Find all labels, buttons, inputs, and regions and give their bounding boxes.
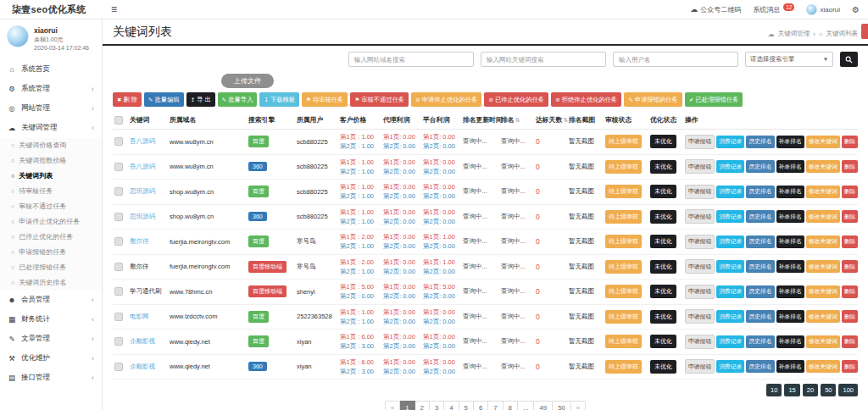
row-checkbox[interactable] bbox=[114, 263, 123, 271]
delete-row-button[interactable]: 删除 bbox=[842, 360, 858, 373]
sidebar-item[interactable]: ⚙系统管理‹ bbox=[0, 80, 102, 99]
consumption-record-button[interactable]: 消费记录 bbox=[716, 285, 744, 298]
row-checkbox[interactable] bbox=[114, 213, 123, 221]
optimize-status-button[interactable]: 未优化 bbox=[650, 135, 676, 148]
history-rank-button[interactable]: 历史排名 bbox=[746, 160, 774, 173]
keyword-link[interactable]: 思琪源码 bbox=[130, 187, 155, 195]
keyword-link[interactable]: 企鹅影视 bbox=[130, 363, 155, 370]
error-handled-button[interactable]: ✔已处理报错任务 bbox=[685, 92, 743, 107]
domain-search-input[interactable] bbox=[348, 52, 474, 67]
audit-status-button[interactable]: 待上级审核 bbox=[605, 360, 642, 374]
audit-status-button[interactable]: 待上级审核 bbox=[605, 160, 642, 174]
pagination-page[interactable]: 50 bbox=[553, 401, 571, 410]
delete-row-button[interactable]: 删除 bbox=[842, 186, 858, 198]
edit-keyword-button[interactable]: 修改关键词 bbox=[806, 210, 840, 223]
row-checkbox[interactable] bbox=[114, 163, 123, 171]
report-error-button[interactable]: 申请报错 bbox=[685, 285, 715, 299]
supplement-rank-button[interactable]: 补录排名 bbox=[776, 160, 804, 173]
sort-icon[interactable]: ⇅ bbox=[563, 117, 568, 123]
audit-failed-button[interactable]: ⚑审核不通过任务 bbox=[350, 92, 409, 107]
consumption-record-button[interactable]: 消费记录 bbox=[716, 160, 744, 173]
pagination-page[interactable]: ... bbox=[518, 401, 535, 410]
optimize-status-button[interactable]: 未优化 bbox=[650, 310, 676, 324]
row-checkbox[interactable] bbox=[114, 187, 123, 196]
history-rank-button[interactable]: 历史排名 bbox=[746, 136, 774, 148]
supplement-rank-button[interactable]: 补录排名 bbox=[776, 335, 804, 348]
report-error-button[interactable]: 申请报错 bbox=[685, 159, 715, 174]
sidebar-subitem[interactable]: ○已处理报错任务 bbox=[0, 260, 102, 275]
download-template-button[interactable]: ↧下载模板 bbox=[259, 92, 299, 107]
stopped-button[interactable]: ⊘已停止优化的任务 bbox=[484, 92, 548, 107]
consumption-record-button[interactable]: 消费记录 bbox=[716, 136, 744, 148]
qrcode-link[interactable]: ☁ 公众号二维码 bbox=[690, 5, 741, 14]
engine-select[interactable]: 请选择搜索引擎 ▼ bbox=[745, 52, 833, 67]
audit-status-button[interactable]: 待上级审核 bbox=[605, 235, 642, 248]
report-error-button[interactable]: 申请报错 bbox=[685, 209, 715, 224]
sidebar-subitem[interactable]: ○申请停止优化的任务 bbox=[0, 214, 102, 230]
optimize-status-button[interactable]: 未优化 bbox=[650, 260, 676, 274]
optimize-status-button[interactable]: 未优化 bbox=[650, 360, 676, 374]
history-rank-button[interactable]: 历史排名 bbox=[746, 335, 774, 348]
optimize-status-button[interactable]: 未优化 bbox=[650, 210, 676, 224]
supplement-rank-button[interactable]: 补录排名 bbox=[776, 360, 804, 373]
pagination-page[interactable]: 5 bbox=[459, 401, 474, 410]
batch-import-button[interactable]: ✎批量导入 bbox=[218, 92, 258, 107]
username-search-input[interactable] bbox=[613, 52, 738, 67]
sidebar-item[interactable]: ☻会员管理‹ bbox=[0, 291, 102, 310]
user-menu[interactable]: xiaorui bbox=[806, 4, 840, 15]
breadcrumb-parent[interactable]: 关键词管理 bbox=[778, 30, 810, 38]
supplement-rank-button[interactable]: 补录排名 bbox=[776, 210, 804, 223]
report-error-button[interactable]: 申请报错 bbox=[685, 135, 715, 149]
history-rank-button[interactable]: 历史排名 bbox=[746, 260, 774, 273]
keyword-link[interactable]: 敷尔佳 bbox=[130, 237, 149, 245]
system-messages-link[interactable]: 系统消息 12 bbox=[753, 5, 794, 14]
delete-row-button[interactable]: 删除 bbox=[842, 210, 858, 223]
consumption-record-button[interactable]: 消费记录 bbox=[716, 186, 744, 198]
upload-file-button[interactable]: 上传文件 bbox=[221, 74, 274, 88]
page-size-button[interactable]: 20 bbox=[803, 384, 818, 396]
audit-status-button[interactable]: 待上级审核 bbox=[605, 185, 642, 198]
keyword-link[interactable]: 企鹅影视 bbox=[130, 337, 155, 345]
sidebar-item[interactable]: ☁关键词管理‹ bbox=[0, 119, 102, 138]
pagination-page[interactable]: 2 bbox=[415, 401, 430, 410]
select-all-checkbox[interactable] bbox=[114, 116, 123, 125]
audit-status-button[interactable]: 待上级审核 bbox=[605, 335, 642, 348]
search-button[interactable] bbox=[840, 52, 858, 67]
history-rank-button[interactable]: 历史排名 bbox=[746, 235, 774, 248]
error-report-button[interactable]: ✎申请报错的任务 bbox=[624, 92, 682, 107]
sidebar-item[interactable]: ▦财务统计‹ bbox=[0, 310, 102, 330]
optimize-status-button[interactable]: 未优化 bbox=[650, 335, 676, 348]
row-checkbox[interactable] bbox=[114, 287, 123, 296]
sidebar-toggle-icon[interactable]: ≡ bbox=[103, 3, 125, 15]
row-checkbox[interactable] bbox=[114, 337, 123, 346]
history-rank-button[interactable]: 历史排名 bbox=[746, 210, 774, 223]
audit-status-button[interactable]: 待上级审核 bbox=[605, 310, 642, 324]
sidebar-subitem[interactable]: ○已停止优化的任务 bbox=[0, 230, 102, 245]
edit-keyword-button[interactable]: 修改关键词 bbox=[806, 186, 840, 198]
refuse-stop-button[interactable]: ⊘拒绝停止优化的任务 bbox=[551, 92, 621, 107]
consumption-record-button[interactable]: 消费记录 bbox=[716, 335, 744, 348]
sidebar-item[interactable]: ⚒优化维护‹ bbox=[0, 349, 102, 368]
edit-keyword-button[interactable]: 修改关键词 bbox=[806, 335, 840, 348]
edit-keyword-button[interactable]: 修改关键词 bbox=[806, 360, 840, 373]
supplement-rank-button[interactable]: 补录排名 bbox=[776, 310, 804, 323]
pagination-next[interactable]: » bbox=[571, 401, 586, 410]
report-error-button[interactable]: 申请报错 bbox=[685, 185, 715, 199]
pagination-page[interactable]: 8 bbox=[504, 401, 518, 410]
history-rank-button[interactable]: 历史排名 bbox=[746, 285, 774, 298]
gear-icon[interactable]: ⚙ bbox=[852, 5, 860, 14]
sidebar-subitem[interactable]: ○关键词价格查询 bbox=[0, 138, 102, 153]
history-rank-button[interactable]: 历史排名 bbox=[746, 186, 774, 198]
row-checkbox[interactable] bbox=[114, 237, 123, 246]
optimize-status-button[interactable]: 未优化 bbox=[650, 185, 676, 198]
edit-keyword-button[interactable]: 修改关键词 bbox=[806, 235, 840, 248]
audit-status-button[interactable]: 待上级审核 bbox=[605, 285, 642, 298]
audit-status-button[interactable]: 待上级审核 bbox=[605, 210, 642, 224]
sidebar-item[interactable]: ◎网站管理‹ bbox=[0, 99, 102, 119]
edit-keyword-button[interactable]: 修改关键词 bbox=[806, 160, 840, 173]
delete-row-button[interactable]: 删除 bbox=[842, 235, 858, 248]
sidebar-subitem[interactable]: ○待审核任务 bbox=[0, 184, 102, 199]
edit-keyword-button[interactable]: 修改关键词 bbox=[806, 136, 840, 148]
sidebar-subitem[interactable]: ○关键词指数价格 bbox=[0, 153, 102, 169]
sidebar-item[interactable]: ✎文章管理‹ bbox=[0, 330, 102, 349]
